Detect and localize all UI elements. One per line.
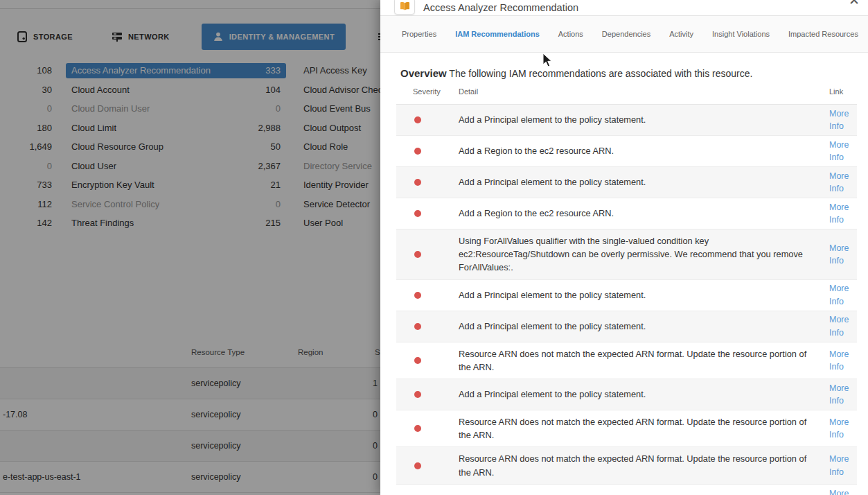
detail-panel: Access Analyzer Recommendation ✕ Propert…	[380, 0, 868, 495]
severity-cell	[396, 391, 459, 398]
more-info-link[interactable]: More Info	[829, 313, 857, 338]
more-info-link[interactable]: More Info	[829, 242, 857, 267]
severity-dot-icon	[414, 323, 421, 330]
more-info-link[interactable]: More Info	[829, 453, 857, 478]
severity-dot-icon	[414, 391, 421, 398]
more-info-link[interactable]: More Info	[829, 170, 857, 195]
severity-cell	[396, 425, 459, 432]
severity-dot-icon	[414, 116, 421, 123]
more-info-link[interactable]: More Info	[829, 201, 857, 226]
severity-cell	[396, 251, 459, 258]
severity-dot-icon	[414, 462, 421, 469]
severity-cell	[396, 292, 459, 299]
recommendation-row: Add a Principal element to the policy st…	[396, 105, 857, 136]
recommendation-row: Resource ARN does not match the expected…	[396, 342, 857, 379]
overview-text: The following IAM recommendations are as…	[449, 68, 752, 79]
tab-actions[interactable]: Actions	[558, 30, 583, 38]
recommendation-detail: Add a Principal element to the policy st…	[459, 284, 810, 306]
more-info-link[interactable]: More Info	[829, 348, 857, 373]
close-icon[interactable]: ✕	[849, 0, 860, 7]
recommendation-detail: Add a Region to the ec2 resource ARN.	[459, 202, 810, 225]
modal-dim-overlay	[0, 0, 380, 495]
severity-cell	[396, 179, 459, 186]
severity-dot-icon	[414, 148, 421, 155]
panel-tab-bar: PropertiesIAM RecommendationsActionsDepe…	[380, 16, 868, 53]
tab-iam-recommendations[interactable]: IAM Recommendations	[455, 30, 540, 38]
recommendation-row: Add a Principal element to the policy st…	[396, 280, 857, 311]
recommendation-row: Add a Principal element to the policy st…	[396, 167, 857, 198]
open-book-icon	[394, 0, 415, 15]
recommendation-row: Resource ARN does not match the expected…	[396, 410, 857, 447]
severity-cell	[396, 210, 459, 217]
column-header-detail: Detail	[459, 87, 829, 96]
column-header-link: Link	[829, 87, 857, 96]
severity-cell	[396, 323, 459, 330]
tab-impacted-resources[interactable]: Impacted Resources	[788, 30, 858, 38]
overview-line: Overview The following IAM recommendatio…	[400, 67, 868, 79]
tab-properties[interactable]: Properties	[402, 30, 436, 38]
recommendation-row: Resource ARN does not match the expected…	[396, 447, 857, 484]
recommendation-detail: Add a Principal element to the policy st…	[459, 488, 810, 495]
severity-cell	[396, 462, 459, 469]
severity-cell	[396, 357, 459, 364]
severity-dot-icon	[414, 425, 421, 432]
screen: STORAGENETWORKIDENTITY & MANAGEMENTALL T…	[0, 0, 868, 495]
overview-label: Overview	[400, 67, 447, 79]
panel-title: Access Analyzer Recommendation	[423, 0, 578, 15]
recommendation-detail: Resource ARN does not match the expected…	[459, 447, 810, 483]
severity-cell	[396, 148, 459, 155]
recommendation-row: Add a Region to the ec2 resource ARN.Mor…	[396, 198, 857, 229]
more-info-link[interactable]: More Info	[829, 282, 857, 307]
recommendation-row: Add a Principal element to the policy st…	[396, 379, 857, 410]
recommendation-detail: Add a Region to the ec2 resource ARN.	[459, 139, 810, 162]
severity-dot-icon	[414, 251, 421, 258]
more-info-link[interactable]: More Info	[829, 382, 857, 407]
severity-cell	[396, 116, 459, 123]
severity-dot-icon	[414, 210, 421, 217]
more-info-link[interactable]: More Info	[829, 107, 857, 132]
recommendation-row: Add a Principal element to the policy st…	[396, 485, 857, 495]
recommendation-detail: Add a Principal element to the policy st…	[459, 108, 810, 131]
recommendation-row: Add a Region to the ec2 resource ARN.Mor…	[396, 136, 857, 167]
tab-insight-violations[interactable]: Insight Violations	[712, 30, 770, 38]
more-info-link[interactable]: More Info	[829, 139, 857, 164]
tab-activity[interactable]: Activity	[669, 30, 693, 38]
panel-header: Access Analyzer Recommendation ✕	[380, 0, 868, 16]
recommendation-detail: Resource ARN does not match the expected…	[459, 342, 810, 379]
severity-dot-icon	[414, 179, 421, 186]
recommendation-detail: Add a Principal element to the policy st…	[459, 171, 810, 193]
recommendations-table: Add a Principal element to the policy st…	[396, 104, 857, 495]
recommendation-detail: Add a Principal element to the policy st…	[459, 383, 810, 406]
more-info-link[interactable]: More Info	[829, 487, 857, 495]
recommendation-detail: Using ForAllValues qualifier with the si…	[459, 229, 810, 279]
recommendation-row: Using ForAllValues qualifier with the si…	[396, 229, 857, 280]
severity-dot-icon	[414, 292, 421, 299]
recommendation-detail: Add a Principal element to the policy st…	[459, 315, 810, 338]
column-header-severity: Severity	[396, 87, 459, 96]
tab-dependencies[interactable]: Dependencies	[602, 30, 650, 38]
recommendations-table-header: Severity Detail Link	[396, 79, 857, 104]
severity-dot-icon	[414, 357, 421, 364]
recommendation-row: Add a Principal element to the policy st…	[396, 311, 857, 342]
more-info-link[interactable]: More Info	[829, 416, 857, 441]
recommendation-detail: Resource ARN does not match the expected…	[459, 410, 810, 446]
